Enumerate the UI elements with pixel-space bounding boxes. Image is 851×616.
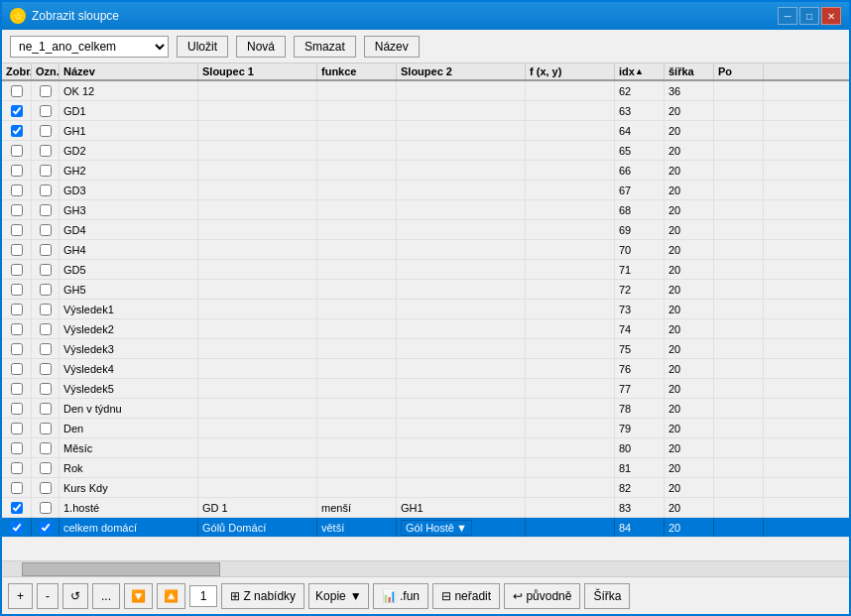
preset-dropdown[interactable]: ne_1_ano_celkem [10, 36, 169, 58]
table-row[interactable]: GH16420 [2, 121, 849, 141]
th-zobr[interactable]: Zobr. [2, 63, 32, 79]
zobr-checkbox-cell[interactable] [2, 220, 32, 239]
table-row[interactable]: 1.hostéGD 1menšíGH18320 [2, 498, 849, 518]
table-row[interactable]: GD16320 [2, 101, 849, 121]
zobr-checkbox-cell[interactable] [2, 399, 32, 418]
table-row[interactable]: GD36720 [2, 181, 849, 200]
zobr-checkbox-cell[interactable] [2, 260, 32, 279]
ozn-checkbox[interactable] [40, 502, 52, 514]
ozn-checkbox[interactable] [40, 204, 52, 216]
zobr-checkbox[interactable] [11, 125, 23, 137]
table-row[interactable]: Den7920 [2, 419, 849, 438]
zobr-checkbox-cell[interactable] [2, 478, 32, 497]
close-button[interactable]: ✕ [821, 7, 841, 25]
ozn-checkbox[interactable] [40, 185, 52, 196]
ozn-checkbox-cell[interactable] [32, 319, 60, 338]
zobr-checkbox-cell[interactable] [2, 200, 32, 219]
table-row[interactable]: Rok8120 [2, 458, 849, 478]
from-offer-button[interactable]: ⊞ Z nabídky [221, 583, 304, 609]
ozn-checkbox-cell[interactable] [32, 300, 60, 318]
zobr-checkbox[interactable] [11, 423, 23, 434]
zobr-checkbox-cell[interactable] [2, 458, 32, 477]
ozn-checkbox[interactable] [40, 323, 52, 335]
table-row[interactable]: OK 126236 [2, 81, 849, 101]
ozn-checkbox[interactable] [40, 105, 52, 117]
zobr-checkbox-cell[interactable] [2, 498, 32, 517]
original-button[interactable]: ↩ původně [504, 583, 580, 609]
zobr-checkbox[interactable] [11, 185, 23, 196]
ozn-checkbox-cell[interactable] [32, 181, 60, 199]
horizontal-scrollbar[interactable] [2, 560, 849, 576]
ozn-checkbox-cell[interactable] [32, 339, 60, 358]
ozn-checkbox[interactable] [40, 343, 52, 355]
ozn-checkbox[interactable] [40, 145, 52, 157]
ozn-checkbox-cell[interactable] [32, 121, 60, 140]
zobr-checkbox[interactable] [11, 224, 23, 236]
maximize-button[interactable]: □ [799, 7, 819, 25]
zobr-checkbox[interactable] [11, 304, 23, 315]
zobr-checkbox[interactable] [11, 105, 23, 117]
table-row[interactable]: Den v týdnu7820 [2, 399, 849, 419]
fun-button[interactable]: 📊 .fun [373, 583, 428, 609]
zobr-checkbox[interactable] [11, 522, 23, 534]
table-row[interactable]: GH57220 [2, 280, 849, 300]
ozn-checkbox[interactable] [40, 423, 52, 434]
zobr-checkbox[interactable] [11, 502, 23, 514]
zobr-checkbox[interactable] [11, 403, 23, 415]
up-button[interactable]: 🔼 [157, 583, 185, 609]
th-sirka[interactable]: šířka [665, 63, 714, 79]
ozn-checkbox-cell[interactable] [32, 220, 60, 239]
table-row[interactable]: GH26620 [2, 161, 849, 181]
zobr-checkbox[interactable] [11, 383, 23, 395]
ozn-checkbox[interactable] [40, 125, 52, 137]
table-row[interactable]: Výsledek47620 [2, 359, 849, 379]
th-nazev[interactable]: Název [60, 63, 198, 79]
th-ozn[interactable]: Ozn. [32, 63, 60, 79]
th-fxy[interactable]: f (x, y) [526, 63, 615, 79]
number-input[interactable] [189, 585, 217, 607]
zobr-checkbox-cell[interactable] [2, 280, 32, 299]
no-sort-button[interactable]: ⊟ neřadit [432, 583, 500, 609]
zobr-checkbox-cell[interactable] [2, 438, 32, 457]
ozn-checkbox[interactable] [40, 482, 52, 494]
zobr-checkbox[interactable] [11, 145, 23, 157]
ozn-checkbox[interactable] [40, 264, 52, 276]
table-row[interactable]: Výsledek57720 [2, 379, 849, 399]
th-idx[interactable]: idx [615, 63, 665, 79]
zobr-checkbox[interactable] [11, 165, 23, 177]
ozn-checkbox[interactable] [40, 165, 52, 177]
name-button[interactable]: Název [364, 36, 420, 58]
table-row[interactable]: Výsledek37520 [2, 339, 849, 359]
table-row[interactable]: GD57120 [2, 260, 849, 280]
zobr-checkbox[interactable] [11, 462, 23, 474]
ozn-checkbox-cell[interactable] [32, 419, 60, 437]
add-button[interactable]: + [8, 583, 33, 609]
zobr-checkbox-cell[interactable] [2, 240, 32, 259]
copy-dropdown[interactable]: Kopie ▼ [308, 583, 369, 609]
table-row[interactable]: Výsledek17320 [2, 300, 849, 319]
zobr-checkbox[interactable] [11, 442, 23, 454]
ozn-checkbox[interactable] [40, 442, 52, 454]
zobr-checkbox-cell[interactable] [2, 141, 32, 160]
ozn-checkbox-cell[interactable] [32, 399, 60, 418]
zobr-checkbox-cell[interactable] [2, 379, 32, 398]
ozn-checkbox-cell[interactable] [32, 161, 60, 180]
ozn-checkbox-cell[interactable] [32, 359, 60, 378]
remove-button[interactable]: - [37, 583, 59, 609]
ozn-checkbox[interactable] [40, 462, 52, 474]
table-row[interactable]: GD26520 [2, 141, 849, 161]
table-row[interactable]: celkem domácíGólů DomácívětšíGól Hostě▼8… [2, 518, 849, 538]
zobr-checkbox-cell[interactable] [2, 181, 32, 199]
dots-button[interactable]: ... [92, 583, 120, 609]
table-row[interactable]: GH36820 [2, 200, 849, 220]
zobr-checkbox-cell[interactable] [2, 121, 32, 140]
width-button[interactable]: Šířka [584, 583, 630, 609]
zobr-checkbox[interactable] [11, 363, 23, 375]
ozn-checkbox-cell[interactable] [32, 498, 60, 517]
ozn-checkbox[interactable] [40, 284, 52, 296]
table-row[interactable]: GH47020 [2, 240, 849, 260]
ozn-checkbox-cell[interactable] [32, 240, 60, 259]
ozn-checkbox[interactable] [40, 522, 52, 534]
ozn-checkbox-cell[interactable] [32, 141, 60, 160]
zobr-checkbox[interactable] [11, 343, 23, 355]
